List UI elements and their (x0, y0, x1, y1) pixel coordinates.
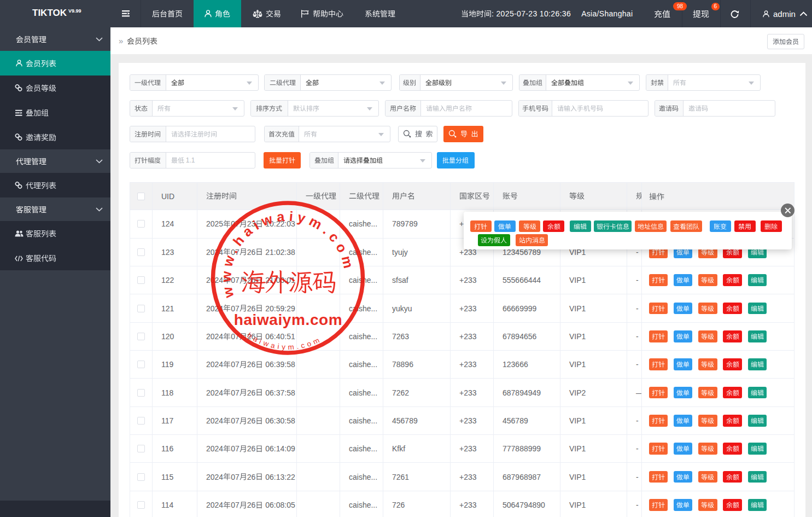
svg-text:haiwaiym.com: haiwaiym.com (234, 311, 343, 328)
